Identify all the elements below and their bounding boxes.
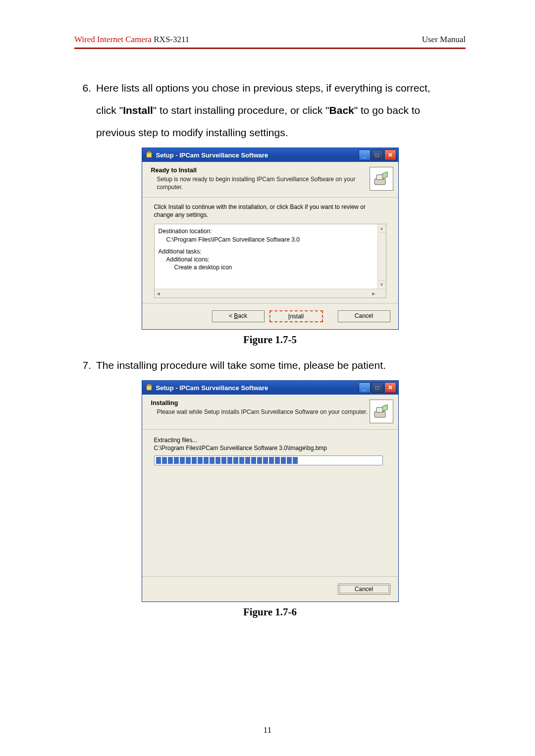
window-title: Setup - IPCam Surveillance Software — [156, 151, 359, 159]
extracting-label: Extracting files... — [154, 437, 386, 444]
step-6-line2-pre: click " — [96, 104, 123, 116]
figure-1-7-6-caption: Figure 1.7-6 — [74, 606, 466, 618]
wizard-subtext: Setup is now ready to begin installing I… — [151, 176, 370, 191]
maximize-button[interactable]: □ — [372, 382, 383, 393]
wizard-icon — [370, 400, 393, 423]
model-number: RXS-3211 — [152, 35, 189, 44]
desktop-icon-label: Create a desktop icon — [159, 263, 382, 271]
wizard-icon — [370, 167, 393, 191]
setup-window-ready: Setup - IPCam Surveillance Software _ □ … — [142, 148, 399, 330]
close-button[interactable]: ✕ — [384, 382, 396, 393]
product-name: Wired Internet Camera — [74, 35, 152, 44]
page-number: 11 — [0, 725, 535, 735]
figure-1-7-5-caption: Figure 1.7-5 — [74, 334, 466, 346]
doc-type: User Manual — [422, 35, 466, 45]
svg-rect-1 — [148, 151, 151, 153]
window-title: Setup - IPCam Surveillance Software — [156, 384, 359, 392]
horizontal-scrollbar[interactable]: ◀ ▶ — [155, 289, 386, 298]
step-6-line2-post: " to go back to — [354, 104, 421, 116]
wizard-header: Ready to Install Setup is now ready to b… — [142, 162, 398, 198]
install-button[interactable]: Install — [269, 310, 323, 322]
step-6-back-word: Back — [329, 104, 354, 116]
step-6-body: Here lists all options you chose in prev… — [96, 77, 466, 144]
tasks-label: Additional tasks: — [159, 248, 382, 255]
progress-bar — [154, 455, 383, 465]
step-6-number: 6. — [74, 77, 96, 144]
scroll-up-icon[interactable]: ▲ — [378, 224, 386, 233]
minimize-button[interactable]: _ — [359, 150, 371, 160]
minimize-button[interactable]: _ — [359, 382, 371, 393]
title-bar: Setup - IPCam Surveillance Software _ □ … — [142, 381, 398, 395]
step-6-install-word: Install — [123, 104, 153, 116]
setup-icon — [145, 151, 153, 159]
svg-rect-5 — [148, 384, 151, 386]
step-7-number: 7. — [74, 354, 96, 376]
title-bar: Setup - IPCam Surveillance Software _ □ … — [142, 148, 398, 162]
close-button[interactable]: ✕ — [384, 150, 396, 160]
back-prefix: < — [229, 312, 234, 319]
step-6-line3: previous step to modify installing setti… — [96, 127, 288, 138]
back-rest: ack — [238, 312, 247, 319]
summary-box: Destination location: C:\Program Files\I… — [154, 224, 386, 298]
wizard-header: Installing Please wait while Setup insta… — [142, 395, 398, 430]
cancel-button[interactable]: Cancel — [338, 584, 390, 595]
scroll-down-icon[interactable]: ▼ — [378, 280, 386, 289]
step-6-line2-mid: " to start installing procedure, or clic… — [153, 104, 329, 116]
step-6-line1: Here lists all options you chose in prev… — [96, 82, 430, 94]
extracting-path: C:\Program Files\IPCam Surveillance Soft… — [154, 445, 386, 452]
dest-label: Destination location: — [159, 227, 382, 235]
install-rest: nstall — [290, 313, 304, 320]
step-7-body: The installing procedure will take some … — [96, 354, 466, 376]
setup-icon — [145, 384, 153, 392]
back-button[interactable]: < Back — [212, 310, 265, 322]
wizard-heading: Ready to Install — [151, 167, 370, 174]
wizard-instruction: Click Install to continue with the insta… — [154, 203, 386, 219]
wizard-heading: Installing — [151, 400, 370, 406]
icons-label: Additional icons: — [159, 255, 382, 263]
scroll-left-icon[interactable]: ◀ — [155, 289, 162, 298]
maximize-button[interactable]: □ — [372, 150, 383, 160]
wizard-subtext: Please wait while Setup installs IPCam S… — [151, 408, 370, 416]
setup-window-installing: Setup - IPCam Surveillance Software _ □ … — [142, 380, 399, 602]
cancel-button[interactable]: Cancel — [338, 310, 390, 322]
step-7-text: The installing procedure will take some … — [96, 359, 386, 371]
vertical-scrollbar[interactable]: ▲ ▼ — [377, 224, 386, 289]
scroll-right-icon[interactable]: ▶ — [370, 289, 378, 298]
dest-path: C:\Program Files\IPCam Surveillance Soft… — [159, 236, 382, 244]
